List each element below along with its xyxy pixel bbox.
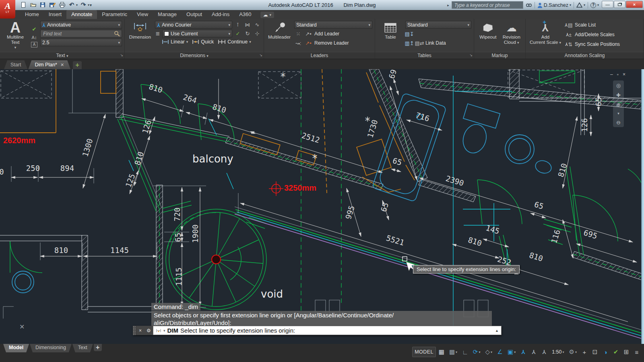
- adjust-space-icon[interactable]: ⋈: [244, 21, 252, 29]
- tab-parametric[interactable]: Parametric: [97, 10, 132, 19]
- file-tab-dim-plan[interactable]: Dim Plan*✕: [28, 60, 70, 69]
- panel-label-text[interactable]: Text ▾↘: [0, 52, 124, 59]
- add-delete-scales-button[interactable]: Y±Add/Delete Scales: [565, 31, 620, 39]
- snap-icon[interactable]: ▩▾: [447, 347, 459, 357]
- tab-annotate[interactable]: Annotate: [66, 10, 97, 19]
- layout-tab-dimensioning[interactable]: Dimensioning: [30, 344, 72, 352]
- center-mark-icon[interactable]: ⊹: [253, 30, 261, 37]
- panel-label-annotation-scaling[interactable]: Annotation Scaling: [526, 52, 644, 59]
- minimize-button[interactable]: —: [602, 1, 613, 8]
- autoscale-icon[interactable]: Y: [529, 347, 539, 357]
- spell-check-icon[interactable]: ✔: [30, 26, 38, 33]
- vp-minimize-icon[interactable]: –: [610, 72, 613, 77]
- redo-caret-icon[interactable]: ▾: [88, 3, 89, 7]
- search-icon[interactable]: [526, 2, 532, 8]
- linear-dimension-button[interactable]: Linear▾: [161, 39, 189, 45]
- command-options-caret-icon[interactable]: ▾: [163, 329, 165, 333]
- text-height-combo[interactable]: 2.5▾: [40, 39, 122, 46]
- sync-scale-positions-button[interactable]: Y⇅Sync Scale Positions: [565, 40, 620, 48]
- status-menu-icon[interactable]: ≡: [632, 347, 642, 357]
- infocenter-collapse-icon[interactable]: ▸: [447, 3, 449, 7]
- command-input[interactable]: ▾ DIM Select line to specify extension l…: [153, 326, 502, 335]
- command-bar-grip[interactable]: [133, 326, 136, 335]
- panel-label-dimensions[interactable]: Dimensions ▾↘: [125, 52, 264, 59]
- oblique-icon[interactable]: ↻: [244, 30, 252, 37]
- tab-manage[interactable]: Manage: [153, 10, 182, 19]
- workspace-gear-icon[interactable]: ⚙▾: [567, 347, 579, 357]
- scale-list-button[interactable]: Y▤Scale List: [565, 21, 620, 29]
- open-file-icon[interactable]: [29, 1, 37, 9]
- dim-layer-combo[interactable]: Use Current▾: [162, 30, 232, 37]
- continue-dimension-button[interactable]: Continue▾: [217, 39, 252, 45]
- table-button[interactable]: Table: [378, 21, 403, 52]
- dim-jog-line-icon[interactable]: ∿: [253, 21, 261, 29]
- restore-button[interactable]: [614, 1, 625, 8]
- undo-icon[interactable]: ↶: [68, 1, 76, 9]
- mleader-collect-icon[interactable]: ↝:: [294, 39, 302, 47]
- undo-caret-icon[interactable]: ▾: [76, 3, 78, 7]
- basin[interactable]: [505, 135, 553, 175]
- connect-cloud-button[interactable]: ☁▾: [260, 12, 275, 18]
- object-snap-icon[interactable]: ▣▾: [506, 347, 518, 357]
- close-tab-icon[interactable]: ✕: [60, 62, 64, 68]
- find-icon[interactable]: [114, 31, 120, 37]
- save-icon[interactable]: [39, 1, 47, 9]
- signin-user[interactable]: D.Sanchez▾: [537, 2, 571, 8]
- orange-fixtures[interactable]: [0, 69, 415, 193]
- toilet[interactable]: [454, 104, 500, 158]
- mleader-style-combo[interactable]: Standard▾: [294, 21, 372, 29]
- mleader-align-icon[interactable]: ⁙: [294, 30, 302, 37]
- dimension-lines[interactable]: [11, 79, 637, 322]
- file-tab-start[interactable]: Start: [4, 60, 27, 69]
- door-arcs[interactable]: [10, 84, 644, 273]
- vp-close-icon[interactable]: ×: [623, 72, 625, 77]
- add-leader-button[interactable]: ⁙ ↗• Add Leader: [294, 30, 372, 38]
- tables-dialog-launcher-icon[interactable]: ↘: [469, 52, 473, 58]
- close-button[interactable]: ×: [626, 1, 643, 8]
- tab-addins[interactable]: Add-ins: [207, 10, 234, 19]
- customization-plus-icon[interactable]: +: [580, 347, 589, 357]
- hardware-acceleration-icon[interactable]: ◑: [601, 347, 610, 357]
- spiral-stair[interactable]: [166, 209, 266, 310]
- command-expand-icon[interactable]: ▲: [495, 329, 499, 333]
- revision-cloud-button[interactable]: ☁ RevisionCloud ▾: [500, 21, 523, 52]
- update-data-icon[interactable]: ▥↥: [405, 39, 413, 47]
- object-snap-tracking-icon[interactable]: ∠: [495, 347, 505, 357]
- pan-icon[interactable]: ✚: [616, 93, 621, 98]
- walls-hatched[interactable]: [82, 69, 644, 310]
- vp-restore-icon[interactable]: ▫: [617, 72, 619, 77]
- save-as-icon[interactable]: [48, 1, 56, 9]
- steering-wheel-icon[interactable]: ◎: [616, 83, 621, 88]
- multileader-button[interactable]: Multileader: [266, 21, 292, 52]
- navbar-collapse-icon[interactable]: ⊖: [616, 120, 621, 125]
- zoom-icon[interactable]: ⊕: [616, 102, 621, 107]
- layout-tab-text[interactable]: Text: [72, 344, 93, 352]
- polar-tracking-icon[interactable]: ⟳▾: [471, 347, 483, 357]
- text-style-combo[interactable]: Y Annotative▾: [40, 21, 122, 29]
- break-dimension-icon[interactable]: ⊺: [234, 21, 242, 29]
- table-style-combo[interactable]: Standard▾: [405, 21, 471, 29]
- new-drawing-tab-button[interactable]: +: [73, 61, 82, 69]
- text-frame-icon[interactable]: A: [31, 42, 37, 47]
- search-input[interactable]: [452, 1, 523, 9]
- dim-style-combo[interactable]: Y Anno Courier▾: [155, 21, 232, 29]
- add-current-scale-button[interactable]: Y + AddCurrent Scale ▾: [528, 21, 563, 52]
- find-text-input[interactable]: [43, 31, 114, 37]
- panel-label-markup[interactable]: Markup: [474, 52, 525, 59]
- tab-view[interactable]: View: [132, 10, 153, 19]
- text-align-icon[interactable]: A↕: [30, 34, 38, 41]
- tolerance-icon[interactable]: ✓: [234, 30, 242, 37]
- command-customize-icon[interactable]: ⚙: [144, 326, 153, 335]
- viewport-maximize-icon[interactable]: ⊞: [621, 347, 631, 357]
- command-close-icon[interactable]: ×: [136, 326, 144, 335]
- redo-icon[interactable]: ↷: [79, 1, 87, 9]
- drawing-area[interactable]: ✕ 81026481012613008101250250894251217307…: [0, 69, 644, 344]
- trusted-dwg-icon[interactable]: ✔: [611, 347, 621, 357]
- isodraft-icon[interactable]: ◇▾: [483, 347, 494, 357]
- quick-dimension-button[interactable]: Quick: [191, 39, 215, 45]
- new-layout-button[interactable]: +: [94, 344, 102, 351]
- a360-button[interactable]: ▾: [576, 2, 585, 8]
- isolate-objects-icon[interactable]: ⊡: [590, 347, 600, 357]
- qat-customize-icon[interactable]: ▾: [90, 3, 92, 7]
- tab-home[interactable]: Home: [20, 10, 44, 19]
